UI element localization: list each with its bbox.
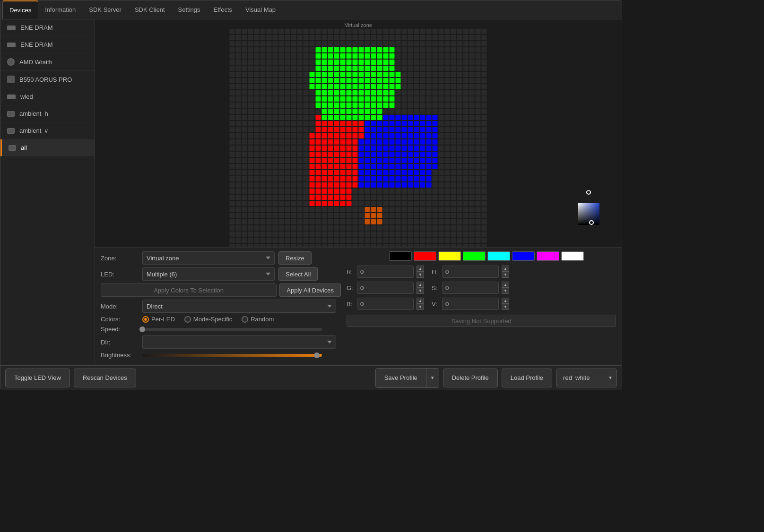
brightness-slider-thumb[interactable]	[314, 352, 320, 358]
sidebar: ENE DRAM ENE DRAM AMD Wraith B550 AORUS …	[0, 19, 95, 365]
radio-mode-specific[interactable]: Mode-Specific	[184, 316, 232, 323]
device-amd-wraith[interactable]: AMD Wraith	[0, 53, 95, 71]
dir-select[interactable]	[142, 335, 336, 349]
load-profile-button[interactable]: Load Profile	[502, 369, 552, 387]
speed-slider-track[interactable]	[142, 328, 322, 331]
controls-main: Zone: Virtual zone Resize LED: Multiple …	[101, 251, 616, 361]
brightness-slider-track[interactable]	[142, 354, 322, 357]
tab-sdk-client[interactable]: SDK Client	[128, 0, 172, 19]
bottom-bar: Toggle LED View Rescan Devices Save Prof…	[0, 365, 622, 390]
color-swatch-red[interactable]	[414, 251, 436, 261]
device-label: ambient_h	[19, 110, 48, 117]
radio-mode-specific-dot	[184, 316, 191, 323]
zone-select[interactable]: Virtual zone	[142, 251, 275, 265]
brightness-row: Brightness:	[101, 352, 341, 359]
r-up-button[interactable]: ▲	[417, 266, 424, 272]
s-up-button[interactable]: ▲	[502, 282, 509, 288]
colors-label: Colors:	[101, 316, 139, 323]
h-up-button[interactable]: ▲	[502, 266, 509, 272]
r-input[interactable]	[357, 266, 414, 278]
main-content: ENE DRAM ENE DRAM AMD Wraith B550 AORUS …	[0, 19, 622, 365]
ambient-icon	[7, 128, 15, 134]
ram-icon	[7, 26, 16, 30]
tab-effects[interactable]: Effects	[207, 0, 239, 19]
tab-visual-map[interactable]: Visual Map	[239, 0, 282, 19]
wled-icon	[7, 94, 16, 99]
delete-profile-button[interactable]: Delete Profile	[443, 369, 498, 387]
color-swatch-blue[interactable]	[512, 251, 535, 261]
dir-label: Dir:	[101, 339, 139, 346]
s-down-button[interactable]: ▼	[502, 288, 509, 294]
right-panel: Virtual zone	[95, 19, 622, 365]
speed-slider-thumb[interactable]	[139, 326, 145, 332]
device-label: ENE DRAM	[20, 41, 53, 48]
h-input[interactable]	[442, 266, 499, 278]
h-down-button[interactable]: ▼	[502, 272, 509, 278]
device-ene-dram-1[interactable]: ENE DRAM	[0, 19, 95, 36]
app-window: Devices Information SDK Server SDK Clien…	[0, 0, 622, 390]
color-strip-row	[389, 251, 616, 261]
speed-label: Speed:	[101, 326, 139, 333]
tab-sdk-server[interactable]: SDK Server	[82, 0, 128, 19]
led-select[interactable]: Multiple (6)	[142, 267, 275, 281]
radio-random-dot	[242, 316, 248, 323]
color-swatch-white[interactable]	[561, 251, 584, 261]
save-profile-dropdown[interactable]: ▼	[426, 369, 439, 387]
save-profile-group: Save Profile ▼	[375, 368, 439, 388]
s-spin: ▲ ▼	[502, 282, 509, 294]
rescan-devices-button[interactable]: Rescan Devices	[74, 369, 136, 387]
toggle-led-view-button[interactable]: Toggle LED View	[5, 369, 70, 387]
tab-information[interactable]: Information	[38, 0, 82, 19]
b-input[interactable]	[357, 298, 414, 310]
apply-colors-selection-button[interactable]: Apply Colors To Selection	[101, 283, 277, 297]
device-b550-aorus[interactable]: B550 AORUS PRO	[0, 71, 95, 88]
color-swatch-green[interactable]	[463, 251, 486, 261]
controls-left: Zone: Virtual zone Resize LED: Multiple …	[101, 251, 341, 361]
r-down-button[interactable]: ▼	[417, 272, 424, 278]
color-swatch-cyan[interactable]	[487, 251, 510, 261]
g-input[interactable]	[357, 282, 414, 294]
s-input[interactable]	[442, 282, 499, 294]
color-swatch-magenta[interactable]	[537, 251, 559, 261]
r-spin: ▲ ▼	[417, 266, 424, 278]
brightness-label: Brightness:	[101, 352, 139, 359]
b-down-button[interactable]: ▼	[417, 304, 424, 310]
profile-select-group: red_white ▼	[556, 369, 617, 387]
dir-row: Dir:	[101, 335, 341, 349]
g-down-button[interactable]: ▼	[417, 288, 424, 294]
led-grid-wrapper	[230, 29, 487, 247]
tab-settings[interactable]: Settings	[172, 0, 207, 19]
color-wheel-container[interactable]	[565, 190, 612, 238]
device-ambient-h[interactable]: ambient_h	[0, 105, 95, 122]
profile-dropdown-arrow[interactable]: ▼	[604, 369, 616, 387]
radio-per-led[interactable]: Per-LED	[142, 316, 175, 323]
v-up-button[interactable]: ▲	[502, 298, 509, 304]
device-wled[interactable]: wled	[0, 88, 95, 105]
radio-random[interactable]: Random	[242, 316, 274, 323]
device-all[interactable]: all	[0, 139, 95, 156]
save-profile-button[interactable]: Save Profile	[376, 369, 426, 387]
tab-devices[interactable]: Devices	[2, 0, 38, 19]
select-all-button[interactable]: Select All	[278, 267, 318, 281]
led-grid	[230, 29, 487, 247]
apply-all-devices-button[interactable]: Apply All Devices	[279, 283, 341, 297]
resize-button[interactable]: Resize	[278, 251, 312, 265]
mode-select[interactable]: Direct	[142, 300, 336, 313]
b-up-button[interactable]: ▲	[417, 298, 424, 304]
g-label: G:	[347, 284, 354, 292]
device-ambient-v[interactable]: ambient_v	[0, 122, 95, 139]
device-label: ambient_v	[19, 127, 48, 134]
zone-label: Zone:	[101, 255, 139, 262]
zone-row: Zone: Virtual zone Resize	[101, 251, 341, 265]
fan-icon	[7, 58, 15, 66]
g-up-button[interactable]: ▲	[417, 282, 424, 288]
device-label: AMD Wraith	[19, 59, 52, 66]
color-swatch-black[interactable]	[389, 251, 412, 261]
v-input[interactable]	[442, 298, 499, 310]
color-swatch-yellow[interactable]	[438, 251, 461, 261]
h-row: H: ▲ ▼	[432, 266, 509, 278]
h-label: H:	[432, 268, 439, 275]
v-down-button[interactable]: ▼	[502, 304, 509, 310]
device-ene-dram-2[interactable]: ENE DRAM	[0, 36, 95, 53]
v-row: V: ▲ ▼	[432, 298, 509, 310]
